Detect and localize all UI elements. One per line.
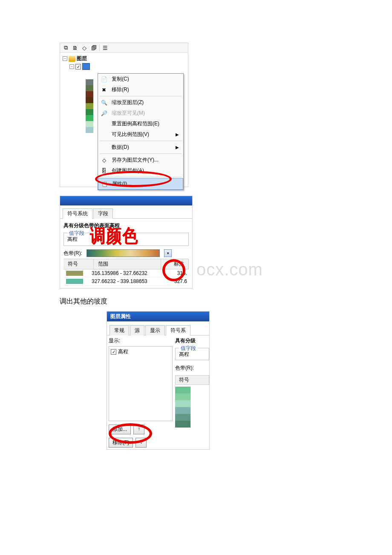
grid-row[interactable]: 327.66232 - 339.188653327.6 xyxy=(63,278,189,286)
row-range: 316.135986 - 327.66232 xyxy=(90,269,167,277)
menu-copy-label: 复制(C) xyxy=(112,75,129,83)
row-range: 327.66232 - 339.188653 xyxy=(90,278,167,285)
legend-swatch xyxy=(86,103,93,109)
class-grid: 符号 范围 标注 316.135986 - 327.66232316.327.6… xyxy=(63,259,189,286)
save-icon: ◇ xyxy=(100,157,108,164)
chevron-right-icon: ▶ xyxy=(176,132,179,137)
visibility-checkbox[interactable]: ✓ xyxy=(75,64,81,69)
tab-general[interactable]: 常规 xyxy=(110,325,129,335)
symbology-body: 具有分级色带的表面高程 值字段 高程 色带(R): ▾ 符号 范围 标注 316… xyxy=(60,219,192,288)
menu-save-layer-label: 另存为图层文件(Y)... xyxy=(112,156,159,164)
color-ramp-dropdown[interactable]: ▾ xyxy=(164,249,172,257)
menu-visible-scale-label: 可见比例范围(V) xyxy=(112,131,149,138)
zoom-layer-icon: 🔍 xyxy=(100,99,108,106)
menu-remove[interactable]: ✖ 移除(R) xyxy=(98,84,183,95)
collapse-icon[interactable]: − xyxy=(69,64,74,69)
value-field-legend: 值字段 xyxy=(179,345,198,352)
grid-head-label[interactable]: 标注 xyxy=(161,259,189,269)
color-ramp-label: 色带(R): xyxy=(63,250,82,257)
menu-visible-scale[interactable]: 可见比例范围(V) ▶ xyxy=(98,129,183,140)
menu-separator xyxy=(100,177,182,177)
value-field-value: 高程 xyxy=(179,351,189,357)
blank-icon xyxy=(100,131,108,138)
list-button-row-2: 移除(F) ↓ xyxy=(109,438,173,448)
scheme-list-item[interactable]: ✓ 高程 xyxy=(111,348,170,356)
row-symbol xyxy=(63,278,90,285)
legend-swatch xyxy=(86,121,93,127)
collapse-icon[interactable]: − xyxy=(63,56,67,61)
menu-reset-legend[interactable]: 重置图例高程范围(E) xyxy=(98,119,183,129)
class-swatch xyxy=(175,421,191,428)
menu-create-package[interactable]: 🗄 创建图层包(A)... xyxy=(98,165,183,176)
class-swatch xyxy=(175,387,191,393)
tab-display[interactable]: 显示 xyxy=(145,325,165,335)
grid-head-range[interactable]: 范围 xyxy=(94,259,161,269)
value-field-group: 值字段 高程 xyxy=(175,348,209,360)
title-bar xyxy=(60,196,192,205)
layer-thumbnail xyxy=(82,63,90,70)
tree-root-row[interactable]: − 图层 xyxy=(63,55,185,63)
grid-row[interactable]: 316.135986 - 327.66232316. xyxy=(63,269,189,278)
add-button[interactable]: 添加... xyxy=(109,425,131,434)
properties-body: 显示: ✓ 高程 添加... ↑ 移除(F) ↓ 具有分级 xyxy=(107,335,209,449)
zoom-visible-icon: 🔎 xyxy=(100,110,108,117)
menu-remove-label: 移除(R) xyxy=(112,86,129,93)
properties-tabs: 常规 源 显示 符号系 xyxy=(107,321,209,335)
menu-reset-legend-label: 重置图例高程范围(E) xyxy=(112,120,159,127)
scheme-list[interactable]: ✓ 高程 xyxy=(109,346,173,421)
right-column: 具有分级 值字段 高程 色带(R): 符号 xyxy=(173,337,209,448)
properties-icon: 📋 xyxy=(100,181,109,188)
show-label: 显示: xyxy=(109,337,173,344)
legend-swatch xyxy=(86,115,93,121)
menu-data-label: 数据(D) xyxy=(112,144,129,151)
toolbar-icon-3[interactable]: ◇ xyxy=(81,44,88,52)
row-label: 327.6 xyxy=(167,278,189,285)
move-up-button[interactable]: ↑ xyxy=(133,425,144,434)
menu-zoom-layer[interactable]: 🔍 缩放至图层(Z) xyxy=(98,97,183,108)
layer-tree: − 图层 − ✓ 📄 复制(C) ✖ 移除(R) xyxy=(60,53,188,187)
legend-swatches xyxy=(86,79,93,133)
layer-properties-dialog: 图层属性 常规 源 显示 符号系 显示: ✓ 高程 添加... ↑ xyxy=(107,311,210,450)
legend-swatch xyxy=(86,79,93,85)
tree-layer-row[interactable]: − ✓ xyxy=(69,63,185,70)
chevron-right-icon: ▶ xyxy=(176,145,179,150)
color-ramp-label: 色带(R): xyxy=(175,364,209,372)
tab-symbology[interactable]: 符号系 xyxy=(166,325,190,335)
tab-source[interactable]: 源 xyxy=(130,325,144,335)
menu-properties[interactable]: 📋 属性(I)... xyxy=(98,178,183,190)
value-field-legend: 值字段 xyxy=(67,230,86,237)
list-button-row: 添加... ↑ xyxy=(109,425,173,434)
menu-copy[interactable]: 📄 复制(C) xyxy=(98,74,183,84)
dialog-title: 图层属性 xyxy=(107,312,209,321)
grid-head-symbol[interactable]: 符号 xyxy=(175,375,209,385)
grid-head-symbol[interactable]: 符号 xyxy=(63,259,94,269)
legend-swatch xyxy=(86,127,93,133)
class-swatch xyxy=(175,393,191,400)
tab-fields[interactable]: 字段 xyxy=(93,208,113,219)
menu-create-package-label: 创建图层包(A)... xyxy=(112,167,148,174)
grid-header: 符号 范围 标注 xyxy=(63,259,189,269)
layer-context-menu: 📄 复制(C) ✖ 移除(R) 🔍 缩放至图层(Z) 🔎 缩放至可见(M) xyxy=(98,73,184,190)
tab-symbology[interactable]: 符号系统 xyxy=(63,208,92,219)
class-swatch xyxy=(175,400,191,407)
class-swatch xyxy=(175,407,191,414)
toolbar-icon-2[interactable]: 🗎 xyxy=(71,44,79,52)
remove-button[interactable]: 移除(F) xyxy=(109,438,133,448)
color-ramp[interactable] xyxy=(86,249,160,257)
menu-save-layer-file[interactable]: ◇ 另存为图层文件(Y)... xyxy=(98,155,183,165)
scheme-checkbox[interactable]: ✓ xyxy=(111,349,116,355)
value-field-value: 高程 xyxy=(67,236,78,242)
blank-icon xyxy=(100,144,108,151)
toolbar-icon-1[interactable]: ⧉ xyxy=(62,44,69,52)
toolbar-icon-4[interactable]: 🗐 xyxy=(90,44,98,52)
move-down-button[interactable]: ↓ xyxy=(135,438,147,448)
folder-icon xyxy=(69,56,75,62)
menu-zoom-visible: 🔎 缩放至可见(M) xyxy=(98,108,183,119)
menu-data[interactable]: 数据(D) ▶ xyxy=(98,142,183,153)
row-label: 316. xyxy=(167,269,189,277)
caption-text: 调出其他的坡度 xyxy=(60,297,392,306)
blank-icon xyxy=(100,121,108,127)
toolbar-icon-5[interactable]: ☰ xyxy=(101,44,109,52)
legend-swatch xyxy=(86,109,93,115)
remove-icon: ✖ xyxy=(100,87,108,93)
